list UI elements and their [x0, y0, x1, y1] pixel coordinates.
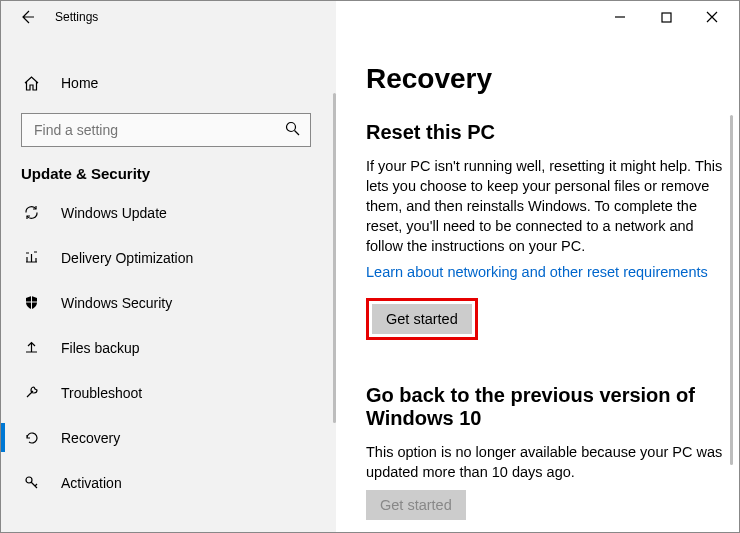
delivery-icon [21, 249, 41, 266]
sidebar-item-windows-security[interactable]: Windows Security [1, 280, 336, 325]
content-scrollbar[interactable] [730, 115, 733, 465]
reset-get-started-button[interactable]: Get started [372, 304, 472, 334]
highlight-box: Get started [366, 298, 478, 340]
recovery-icon [21, 429, 41, 446]
search-box[interactable] [21, 113, 311, 147]
key-icon [21, 474, 41, 491]
minimize-icon [614, 11, 626, 23]
backup-icon [21, 339, 41, 356]
close-button[interactable] [689, 1, 735, 33]
goback-get-started-button: Get started [366, 490, 466, 520]
sidebar-item-label: Recovery [61, 430, 120, 446]
sidebar-item-activation[interactable]: Activation [1, 460, 336, 505]
settings-window: Settings Home [0, 0, 740, 533]
reset-description: If your PC isn't running well, resetting… [366, 156, 726, 256]
svg-point-1 [287, 123, 296, 132]
content-pane: Recovery Reset this PC If your PC isn't … [336, 33, 739, 532]
wrench-icon [21, 384, 41, 401]
svg-rect-0 [662, 13, 671, 22]
reset-learn-link[interactable]: Learn about networking and other reset r… [366, 264, 708, 280]
maximize-button[interactable] [643, 1, 689, 33]
titlebar: Settings [1, 1, 739, 33]
sidebar-item-troubleshoot[interactable]: Troubleshoot [1, 370, 336, 415]
home-label: Home [61, 75, 98, 91]
arrow-left-icon [19, 9, 35, 25]
sidebar-item-delivery-optimization[interactable]: Delivery Optimization [1, 235, 336, 280]
back-button[interactable] [5, 1, 49, 33]
shield-icon [21, 294, 41, 311]
sidebar-item-label: Windows Update [61, 205, 167, 221]
sidebar-item-label: Troubleshoot [61, 385, 142, 401]
sidebar-item-label: Delivery Optimization [61, 250, 193, 266]
home-icon [21, 75, 41, 92]
category-title: Update & Security [1, 147, 336, 190]
sidebar-item-label: Activation [61, 475, 122, 491]
maximize-icon [661, 12, 672, 23]
search-input[interactable] [32, 121, 272, 139]
sidebar-item-recovery[interactable]: Recovery [1, 415, 336, 460]
close-icon [706, 11, 718, 23]
reset-heading: Reset this PC [366, 121, 739, 144]
page-title: Recovery [366, 63, 739, 95]
sidebar-item-windows-update[interactable]: Windows Update [1, 190, 336, 235]
home-button[interactable]: Home [1, 61, 336, 105]
app-title: Settings [55, 10, 98, 24]
sync-icon [21, 204, 41, 221]
goback-heading: Go back to the previous version of Windo… [366, 384, 706, 430]
goback-description: This option is no longer available becau… [366, 442, 726, 482]
sidebar-item-files-backup[interactable]: Files backup [1, 325, 336, 370]
sidebar: Home Update & Security Windows Update [1, 33, 336, 532]
search-icon [285, 121, 300, 139]
sidebar-item-label: Windows Security [61, 295, 172, 311]
sidebar-item-label: Files backup [61, 340, 140, 356]
minimize-button[interactable] [597, 1, 643, 33]
